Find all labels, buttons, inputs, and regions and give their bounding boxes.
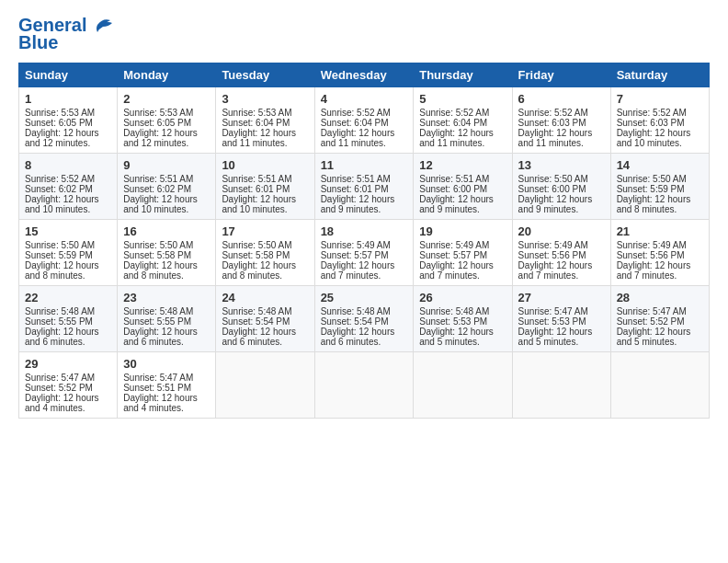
calendar-cell: 2Sunrise: 5:53 AMSunset: 6:05 PMDaylight… [118, 87, 216, 154]
weekday-header-wednesday: Wednesday [314, 63, 414, 87]
daylight-text: Daylight: 12 hours and 6 minutes. [222, 327, 296, 347]
day-number: 14 [617, 158, 703, 172]
sunset-text: Sunset: 5:58 PM [123, 250, 191, 260]
sunset-text: Sunset: 5:59 PM [617, 184, 685, 194]
sunrise-text: Sunrise: 5:51 AM [321, 174, 391, 184]
sunrise-text: Sunrise: 5:52 AM [321, 108, 391, 118]
calendar-week-4: 22Sunrise: 5:48 AMSunset: 5:55 PMDayligh… [19, 286, 710, 352]
sunset-text: Sunset: 5:56 PM [518, 250, 586, 260]
day-number: 10 [222, 158, 308, 172]
calendar-cell: 18Sunrise: 5:49 AMSunset: 5:57 PMDayligh… [314, 220, 414, 286]
daylight-text: Daylight: 12 hours and 5 minutes. [518, 327, 593, 347]
daylight-text: Daylight: 12 hours and 7 minutes. [321, 260, 395, 281]
day-number: 27 [518, 291, 605, 304]
sunset-text: Sunset: 5:56 PM [617, 250, 685, 260]
daylight-text: Daylight: 12 hours and 7 minutes. [518, 260, 593, 281]
sunset-text: Sunset: 5:55 PM [25, 316, 93, 327]
weekday-header-monday: Monday [118, 63, 216, 87]
day-number: 7 [617, 92, 703, 106]
day-number: 22 [25, 291, 111, 304]
daylight-text: Daylight: 12 hours and 7 minutes. [419, 260, 494, 281]
calendar-cell: 12Sunrise: 5:51 AMSunset: 6:00 PMDayligh… [414, 154, 512, 220]
day-number: 8 [25, 158, 111, 172]
weekday-header-thursday: Thursday [414, 63, 512, 87]
day-number: 4 [321, 92, 408, 106]
daylight-text: Daylight: 12 hours and 8 minutes. [123, 260, 198, 281]
sunrise-text: Sunrise: 5:50 AM [222, 240, 291, 250]
sunset-text: Sunset: 5:52 PM [617, 316, 685, 327]
calendar-cell [610, 352, 709, 419]
calendar-cell: 27Sunrise: 5:47 AMSunset: 5:53 PMDayligh… [512, 286, 610, 352]
calendar-cell: 20Sunrise: 5:49 AMSunset: 5:56 PMDayligh… [512, 220, 610, 286]
day-number: 26 [419, 291, 506, 304]
sunset-text: Sunset: 6:05 PM [25, 118, 93, 128]
daylight-text: Daylight: 12 hours and 8 minutes. [617, 194, 691, 214]
daylight-text: Daylight: 12 hours and 8 minutes. [25, 260, 99, 281]
sunset-text: Sunset: 6:02 PM [123, 184, 191, 194]
sunset-text: Sunset: 5:53 PM [419, 316, 487, 327]
logo-bird-icon [90, 16, 116, 36]
calendar-cell: 8Sunrise: 5:52 AMSunset: 6:02 PMDaylight… [19, 154, 118, 220]
sunrise-text: Sunrise: 5:50 AM [25, 240, 95, 250]
sunrise-text: Sunrise: 5:53 AM [222, 108, 291, 118]
day-number: 17 [222, 224, 308, 238]
daylight-text: Daylight: 12 hours and 11 minutes. [222, 128, 296, 148]
day-number: 30 [123, 357, 210, 371]
day-number: 28 [617, 291, 703, 304]
daylight-text: Daylight: 12 hours and 6 minutes. [321, 327, 395, 347]
sunset-text: Sunset: 6:05 PM [123, 118, 191, 128]
calendar-cell: 5Sunrise: 5:52 AMSunset: 6:04 PMDaylight… [414, 87, 512, 154]
daylight-text: Daylight: 12 hours and 6 minutes. [123, 327, 198, 347]
sunrise-text: Sunrise: 5:52 AM [419, 108, 489, 118]
calendar-cell: 28Sunrise: 5:47 AMSunset: 5:52 PMDayligh… [610, 286, 709, 352]
sunset-text: Sunset: 5:55 PM [123, 316, 191, 327]
daylight-text: Daylight: 12 hours and 9 minutes. [321, 194, 395, 214]
daylight-text: Daylight: 12 hours and 8 minutes. [222, 260, 296, 281]
calendar-cell: 25Sunrise: 5:48 AMSunset: 5:54 PMDayligh… [314, 286, 414, 352]
sunrise-text: Sunrise: 5:52 AM [25, 174, 95, 184]
daylight-text: Daylight: 12 hours and 9 minutes. [518, 194, 593, 214]
day-number: 6 [518, 92, 605, 106]
daylight-text: Daylight: 12 hours and 9 minutes. [419, 194, 494, 214]
sunset-text: Sunset: 5:53 PM [518, 316, 586, 327]
sunrise-text: Sunrise: 5:47 AM [617, 306, 687, 316]
daylight-text: Daylight: 12 hours and 4 minutes. [25, 393, 99, 413]
calendar-cell: 15Sunrise: 5:50 AMSunset: 5:59 PMDayligh… [19, 220, 118, 286]
weekday-header-tuesday: Tuesday [216, 63, 314, 87]
daylight-text: Daylight: 12 hours and 10 minutes. [123, 194, 198, 214]
calendar-cell: 11Sunrise: 5:51 AMSunset: 6:01 PMDayligh… [314, 154, 414, 220]
weekday-header-friday: Friday [512, 63, 610, 87]
sunrise-text: Sunrise: 5:51 AM [222, 174, 291, 184]
sunrise-text: Sunrise: 5:47 AM [123, 373, 193, 383]
sunset-text: Sunset: 6:04 PM [419, 118, 487, 128]
day-number: 11 [321, 158, 408, 172]
calendar-week-2: 8Sunrise: 5:52 AMSunset: 6:02 PMDaylight… [19, 154, 710, 220]
sunrise-text: Sunrise: 5:48 AM [123, 306, 193, 316]
day-number: 23 [123, 291, 210, 304]
day-number: 1 [25, 92, 111, 106]
sunset-text: Sunset: 5:58 PM [222, 250, 290, 260]
sunset-text: Sunset: 5:57 PM [419, 250, 487, 260]
daylight-text: Daylight: 12 hours and 11 minutes. [518, 128, 593, 148]
calendar-cell: 6Sunrise: 5:52 AMSunset: 6:03 PMDaylight… [512, 87, 610, 154]
calendar-cell: 17Sunrise: 5:50 AMSunset: 5:58 PMDayligh… [216, 220, 314, 286]
calendar-cell [414, 352, 512, 419]
calendar-table: SundayMondayTuesdayWednesdayThursdayFrid… [18, 63, 710, 419]
weekday-header-saturday: Saturday [610, 63, 709, 87]
day-number: 29 [25, 357, 111, 371]
calendar-cell [314, 352, 414, 419]
day-number: 15 [25, 224, 111, 238]
sunrise-text: Sunrise: 5:49 AM [321, 240, 391, 250]
sunrise-text: Sunrise: 5:49 AM [617, 240, 687, 250]
daylight-text: Daylight: 12 hours and 11 minutes. [321, 128, 395, 148]
sunset-text: Sunset: 6:04 PM [222, 118, 290, 128]
calendar-cell: 30Sunrise: 5:47 AMSunset: 5:51 PMDayligh… [118, 352, 216, 419]
daylight-text: Daylight: 12 hours and 5 minutes. [419, 327, 494, 347]
sunset-text: Sunset: 6:03 PM [617, 118, 685, 128]
logo: General Blue [18, 15, 116, 53]
day-number: 5 [419, 92, 506, 106]
sunrise-text: Sunrise: 5:51 AM [123, 174, 193, 184]
day-number: 12 [419, 158, 506, 172]
day-number: 16 [123, 224, 210, 238]
daylight-text: Daylight: 12 hours and 5 minutes. [617, 327, 691, 347]
